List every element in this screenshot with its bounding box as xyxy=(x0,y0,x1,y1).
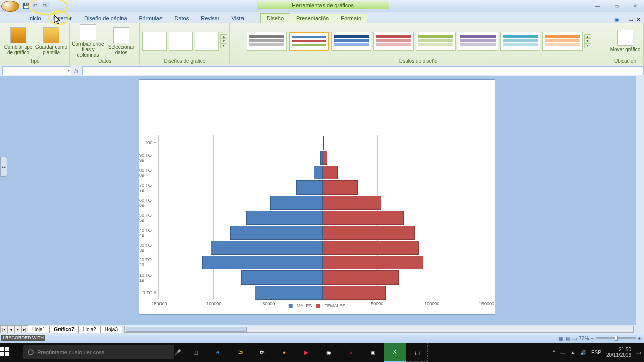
bar-female[interactable] xyxy=(323,166,338,180)
view-normal-icon[interactable]: ▦ xyxy=(559,336,564,341)
file-explorer-icon[interactable]: 🗂 xyxy=(229,343,251,362)
close-doc-icon[interactable]: ✕ xyxy=(636,16,641,23)
zoom-slider[interactable] xyxy=(596,337,636,339)
tab-formato[interactable]: Formato xyxy=(335,14,367,23)
chart-legend[interactable]: MALES FEMALES xyxy=(289,303,346,308)
sheet-last-icon[interactable]: ▸| xyxy=(21,325,28,333)
zoom-in-button[interactable]: + xyxy=(638,336,641,341)
style-down-icon[interactable]: ▼ xyxy=(584,39,591,43)
sheet-tab-hoja1[interactable]: Hoja1 xyxy=(28,326,50,333)
bar-male[interactable] xyxy=(211,241,323,255)
chart-plot-area[interactable] xyxy=(158,135,486,299)
tab-presentacion[interactable]: Presentación xyxy=(290,14,335,23)
vertical-scrollbar[interactable] xyxy=(636,76,644,334)
media-icon[interactable]: ▶ xyxy=(296,343,317,362)
tab-vista[interactable]: Vista xyxy=(226,14,250,23)
chrome-icon[interactable]: ◉ xyxy=(318,343,339,362)
tab-formulas[interactable]: Fórmulas xyxy=(133,14,169,23)
tab-revisar[interactable]: Revisar xyxy=(195,14,225,23)
edge-icon[interactable]: e xyxy=(207,343,228,362)
tab-datos[interactable]: Datos xyxy=(168,14,195,23)
chart-style-5[interactable] xyxy=(416,32,456,51)
help-icon[interactable]: ◉ xyxy=(614,16,619,23)
bar-male[interactable] xyxy=(270,196,323,210)
select-data-button[interactable]: Seleccionar datos xyxy=(105,27,137,55)
bar-female[interactable] xyxy=(323,211,404,225)
chart-style-7[interactable] xyxy=(500,32,540,51)
restore-doc-icon[interactable]: ▭ xyxy=(628,16,633,23)
bar-female[interactable] xyxy=(323,226,415,240)
language-indicator[interactable]: ESP xyxy=(591,350,601,355)
undo-icon[interactable]: ↶ xyxy=(32,2,40,10)
bar-male[interactable] xyxy=(246,211,323,225)
zoom-percent[interactable]: 72% xyxy=(579,336,589,341)
chart-style-6[interactable] xyxy=(458,32,498,51)
chart-style-4[interactable] xyxy=(373,32,414,51)
office-button[interactable] xyxy=(1,1,19,12)
bar-female[interactable] xyxy=(323,180,358,195)
sheet-first-icon[interactable]: |◂ xyxy=(0,325,7,333)
save-as-template-button[interactable]: Guardar como plantilla xyxy=(35,27,67,55)
clock[interactable]: 21:5020/11/2016 xyxy=(606,347,631,358)
chart-style-2[interactable] xyxy=(289,32,329,51)
volume-icon[interactable]: 🔊 xyxy=(580,350,586,355)
style-up-icon[interactable]: ▲ xyxy=(584,34,591,39)
horizontal-scrollbar[interactable] xyxy=(124,326,634,333)
store-icon[interactable]: 🛍 xyxy=(252,343,273,362)
layout-down-icon[interactable]: ▼ xyxy=(220,39,227,43)
notifications-icon[interactable]: ▭ xyxy=(636,350,641,355)
bar-female[interactable] xyxy=(323,256,423,270)
bar-male[interactable] xyxy=(314,166,323,180)
bar-female[interactable] xyxy=(323,136,324,150)
view-layout-icon[interactable]: ▤ xyxy=(566,336,570,341)
save-icon[interactable]: 💾 xyxy=(22,2,30,10)
bar-male[interactable] xyxy=(296,180,323,195)
redo-icon[interactable]: ↷ xyxy=(42,2,50,10)
bar-female[interactable] xyxy=(323,196,381,210)
cortana-search[interactable]: Pregúntame cualquier cosa xyxy=(23,345,174,359)
bar-male[interactable] xyxy=(255,286,323,300)
wifi-icon[interactable]: ▲ xyxy=(570,350,575,355)
task-view-icon[interactable]: ◫ xyxy=(185,343,206,362)
chart-style-8[interactable] xyxy=(542,32,583,51)
sheet-tab-gráfico7[interactable]: Gráfico7 xyxy=(49,326,79,333)
tab-diseno[interactable]: Diseño xyxy=(260,13,290,23)
name-box[interactable] xyxy=(2,66,71,75)
battery-icon[interactable]: ▭ xyxy=(560,350,565,355)
bar-female[interactable] xyxy=(323,270,399,285)
sheet-prev-icon[interactable]: ◂ xyxy=(7,325,14,333)
bar-male[interactable] xyxy=(202,256,323,270)
close-button[interactable]: ✕ xyxy=(629,2,642,10)
minimize-doc-icon[interactable]: _ xyxy=(622,16,625,23)
chart-style-1[interactable] xyxy=(247,32,287,51)
chart-object[interactable]: 0 TO 910 TO 1920 TO 2930 TO 3940 TO 4950… xyxy=(139,79,495,315)
bar-female[interactable] xyxy=(323,151,327,165)
style-more-icon[interactable]: ▾ xyxy=(584,43,591,48)
formula-input[interactable] xyxy=(82,66,644,75)
maximize-button[interactable]: ▭ xyxy=(610,2,623,10)
bar-male[interactable] xyxy=(230,226,323,240)
sheet-next-icon[interactable]: ▸ xyxy=(14,325,21,333)
chart-layout-3[interactable] xyxy=(195,32,219,51)
chart-layout-1[interactable] xyxy=(142,32,167,51)
switch-row-column-button[interactable]: Cambiar entre filas y columnas xyxy=(72,24,104,58)
zoom-out-button[interactable]: − xyxy=(591,336,594,341)
recorder-icon[interactable]: ⬚ xyxy=(407,343,428,362)
app-icon[interactable]: ▣ xyxy=(362,343,383,362)
tab-diseno-pagina[interactable]: Diseño de página xyxy=(78,14,133,23)
chart-style-3[interactable] xyxy=(331,32,371,51)
sheet-tab-hoja2[interactable]: Hoja2 xyxy=(78,326,101,333)
start-button[interactable] xyxy=(0,347,21,357)
excel-icon[interactable]: X xyxy=(384,343,406,362)
layout-more-icon[interactable]: ▾ xyxy=(220,43,227,48)
tray-up-icon[interactable]: ^ xyxy=(553,350,555,355)
mic-icon[interactable]: 🎤 xyxy=(174,349,181,356)
itunes-icon[interactable]: ♪ xyxy=(340,343,361,362)
chart-layout-2[interactable] xyxy=(169,32,193,51)
tab-insertar[interactable]: Insertar xyxy=(47,14,78,23)
change-chart-type-button[interactable]: Cambiar tipo de gráfico xyxy=(2,27,34,55)
tab-inicio[interactable]: Inicio xyxy=(22,14,47,23)
view-pagebreak-icon[interactable]: ▭ xyxy=(572,336,577,341)
minimize-button[interactable]: — xyxy=(591,2,604,10)
firefox-icon[interactable]: ● xyxy=(274,343,295,362)
